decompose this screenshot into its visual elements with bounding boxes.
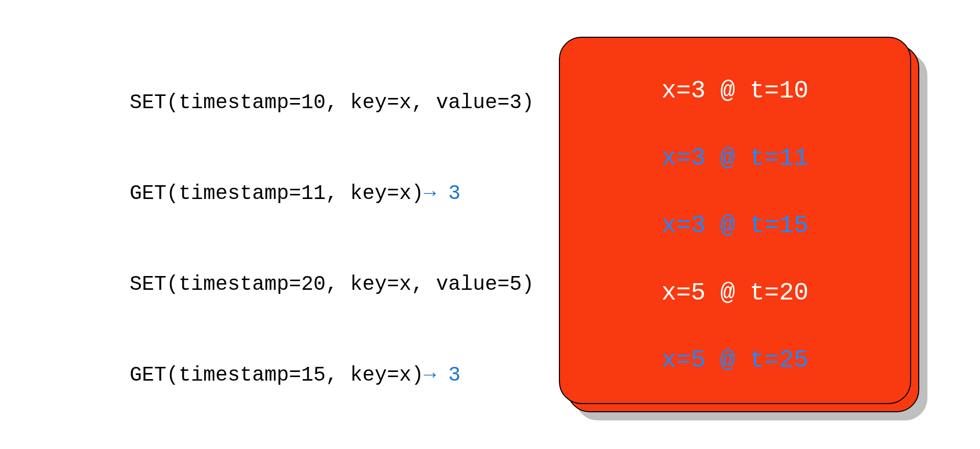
state-entry: x=3 @ t=15 [662, 213, 808, 238]
code-line: SET(timestamp=20, key=x, value=5) [56, 254, 534, 315]
result-arrow-icon: → [424, 182, 436, 205]
diagram-stage: SET(timestamp=10, key=x, value=3) GET(ti… [0, 0, 980, 449]
code-text: GET(timestamp=15, key=x) [130, 364, 424, 387]
state-card-stack: x=3 @ t=10 x=3 @ t=11 x=3 @ t=15 x=5 @ t… [559, 37, 921, 414]
state-entry: x=3 @ t=10 [662, 79, 808, 103]
code-line: SET(timestamp=10, key=x, value=3) [56, 72, 534, 134]
code-text: SET(timestamp=20, key=x, value=5) [130, 273, 534, 296]
state-entry: x=5 @ t=20 [662, 281, 808, 305]
state-entry: x=5 @ t=25 [662, 348, 808, 372]
code-block: SET(timestamp=10, key=x, value=3) GET(ti… [56, 72, 534, 449]
result-space [436, 182, 448, 205]
card-front: x=3 @ t=10 x=3 @ t=11 x=3 @ t=15 x=5 @ t… [559, 37, 911, 404]
result-space [436, 364, 448, 387]
state-list: x=3 @ t=10 x=3 @ t=11 x=3 @ t=15 x=5 @ t… [591, 79, 879, 372]
code-line: GET(timestamp=25, key=x)→ 5 [56, 436, 534, 449]
state-entry: x=3 @ t=11 [662, 146, 808, 170]
result-value: 3 [448, 182, 460, 205]
code-line: GET(timestamp=15, key=x)→ 3 [56, 345, 534, 406]
result-value: 3 [448, 364, 460, 387]
code-text: SET(timestamp=10, key=x, value=3) [130, 91, 534, 114]
result-arrow-icon: → [424, 364, 436, 387]
code-text: GET(timestamp=11, key=x) [130, 182, 424, 205]
code-line: GET(timestamp=11, key=x)→ 3 [56, 163, 534, 224]
